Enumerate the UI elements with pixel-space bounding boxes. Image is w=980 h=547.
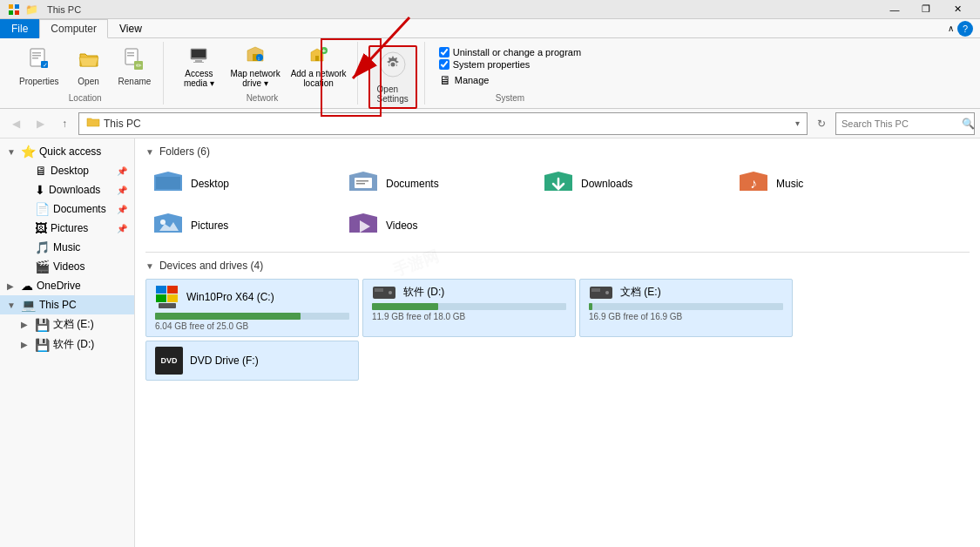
videos-folder-icon bbox=[348, 212, 379, 240]
up-button[interactable]: ↑ bbox=[54, 113, 75, 134]
add-network-location-label: Add a networklocation bbox=[291, 69, 347, 88]
c-drive-icon bbox=[155, 285, 179, 309]
window-title: This PC bbox=[47, 4, 81, 15]
maximize-button[interactable]: ❐ bbox=[910, 0, 942, 19]
ribbon: File Computer View ∧ ? bbox=[0, 19, 980, 109]
svg-point-34 bbox=[160, 219, 166, 225]
folders-grid: Desktop Documents bbox=[145, 165, 970, 245]
search-input[interactable] bbox=[841, 118, 962, 129]
quick-access-icon: ⭐ bbox=[21, 145, 36, 159]
svg-text:✓: ✓ bbox=[43, 62, 48, 68]
c-drive-progress-bg bbox=[155, 313, 349, 320]
rename-button[interactable]: ✏ Rename bbox=[113, 45, 157, 88]
desktop-name: Desktop bbox=[191, 178, 229, 190]
sidebar-item-e-drive[interactable]: ▶ 💾 文档 (E:) bbox=[14, 314, 134, 334]
this-pc-label: This PC bbox=[39, 299, 127, 311]
close-button[interactable]: ✕ bbox=[942, 0, 973, 19]
pictures-label: Pictures bbox=[51, 222, 112, 234]
window-controls[interactable]: — ❐ ✕ bbox=[879, 0, 973, 19]
tab-file[interactable]: File bbox=[0, 19, 39, 38]
manage-item[interactable]: 🖥 Manage bbox=[439, 73, 581, 87]
svg-rect-0 bbox=[9, 4, 13, 9]
svg-rect-40 bbox=[159, 303, 176, 308]
desktop-folder-icon bbox=[152, 170, 184, 198]
d-drive-info: 11.9 GB free of 18.0 GB bbox=[372, 312, 566, 321]
location-group-label: Location bbox=[69, 93, 102, 105]
svg-rect-11 bbox=[127, 52, 134, 54]
sidebar-item-pictures[interactable]: 🖼 Pictures 📌 bbox=[14, 219, 134, 238]
map-network-drive-button[interactable]: ↕ Map networkdrive ▾ bbox=[226, 44, 283, 90]
c-drive-info: 6.04 GB free of 25.0 GB bbox=[155, 321, 349, 331]
drives-section-header[interactable]: ▼ Devices and drives (4) bbox=[145, 260, 970, 272]
sidebar-item-documents[interactable]: 📄 Documents 📌 bbox=[14, 199, 134, 219]
search-box[interactable]: 🔍 bbox=[835, 112, 975, 135]
folders-section-header[interactable]: ▼ Folders (6) bbox=[145, 145, 970, 158]
ribbon-tabs: File Computer View ∧ ? bbox=[0, 19, 980, 38]
folder-documents[interactable]: Documents bbox=[341, 165, 532, 203]
content-area: ▼ Folders (6) Desktop bbox=[135, 138, 980, 547]
system-properties-checkbox[interactable] bbox=[439, 59, 449, 70]
network-group-label: Network bbox=[247, 93, 279, 105]
back-button[interactable]: ◀ bbox=[5, 113, 26, 134]
properties-button[interactable]: ✓ Properties bbox=[14, 45, 64, 88]
ribbon-group-system: Uninstall or change a program System pro… bbox=[429, 42, 591, 105]
sidebar-item-music[interactable]: 🎵 Music bbox=[14, 238, 134, 257]
music-name: Music bbox=[776, 178, 803, 190]
videos-label: Videos bbox=[53, 260, 127, 273]
folder-music[interactable]: ♪ Music bbox=[731, 165, 923, 203]
folder-videos[interactable]: Videos bbox=[341, 206, 532, 245]
sidebar-item-quick-access[interactable]: ▼ ⭐ Quick access bbox=[0, 142, 134, 161]
folder-downloads[interactable]: Downloads bbox=[536, 165, 727, 203]
tab-view[interactable]: View bbox=[108, 19, 153, 38]
videos-name: Videos bbox=[386, 219, 417, 232]
svg-rect-39 bbox=[167, 294, 178, 302]
sidebar-item-downloads[interactable]: ⬇ Downloads 📌 bbox=[14, 180, 134, 199]
add-network-location-icon: + bbox=[309, 45, 328, 69]
pin-icon2: 📌 bbox=[117, 186, 127, 195]
svg-rect-1 bbox=[15, 4, 19, 9]
tab-computer[interactable]: Computer bbox=[39, 19, 108, 38]
drive-e[interactable]: 文档 (E:) 16.9 GB free of 16.9 GB bbox=[579, 279, 793, 337]
uninstall-check[interactable]: Uninstall or change a program bbox=[439, 47, 581, 57]
forward-button[interactable]: ▶ bbox=[30, 113, 51, 134]
address-input[interactable]: This PC ▾ bbox=[78, 112, 808, 135]
access-media-button[interactable]: Accessmedia ▾ bbox=[174, 44, 223, 90]
manage-label: Manage bbox=[455, 75, 490, 85]
uninstall-checkbox[interactable] bbox=[439, 47, 449, 57]
settings-gear-icon bbox=[379, 51, 407, 84]
documents-name: Documents bbox=[386, 178, 439, 190]
music-folder-icon: ♪ bbox=[738, 170, 769, 198]
drive-dvd[interactable]: DVD DVD Drive (F:) bbox=[145, 341, 359, 381]
d-drive-name: 软件 (D:) bbox=[403, 285, 444, 300]
minimize-button[interactable]: — bbox=[879, 0, 910, 19]
ribbon-group-location: ✓ Properties Open bbox=[7, 42, 164, 105]
sidebar-item-d-drive[interactable]: ▶ 💾 软件 (D:) bbox=[14, 334, 134, 355]
svg-point-43 bbox=[389, 291, 392, 294]
svg-rect-28 bbox=[156, 177, 180, 189]
svg-text:↕: ↕ bbox=[258, 56, 260, 61]
sidebar-item-desktop[interactable]: 🖥 Desktop 📌 bbox=[14, 161, 134, 180]
ribbon-content: ✓ Properties Open bbox=[0, 38, 980, 108]
open-settings-button[interactable]: OpenSettings bbox=[368, 45, 417, 109]
drive-d[interactable]: 软件 (D:) 11.9 GB free of 18.0 GB bbox=[362, 279, 576, 337]
open-button[interactable]: Open bbox=[68, 45, 110, 88]
help-btn[interactable]: ? bbox=[957, 21, 973, 37]
properties-icon: ✓ bbox=[27, 47, 51, 75]
documents-folder-icon bbox=[348, 170, 379, 198]
svg-rect-16 bbox=[192, 50, 206, 57]
sidebar-item-onedrive[interactable]: ▶ ☁ OneDrive bbox=[0, 276, 134, 295]
sidebar-item-videos[interactable]: 🎬 Videos bbox=[14, 257, 134, 276]
drive-c[interactable]: Win10Pro X64 (C:) 6.04 GB free of 25.0 G… bbox=[145, 279, 359, 337]
folder-pictures[interactable]: Pictures bbox=[145, 206, 337, 245]
add-network-location-button[interactable]: + Add a networklocation bbox=[287, 44, 350, 90]
folder-desktop[interactable]: Desktop bbox=[145, 165, 337, 203]
folder-icon: 📁 bbox=[24, 3, 38, 17]
svg-rect-17 bbox=[195, 60, 202, 62]
sidebar-item-this-pc[interactable]: ▼ 💻 This PC bbox=[0, 295, 134, 314]
system-properties-check[interactable]: System properties bbox=[439, 59, 581, 70]
c-drive-name: Win10Pro X64 (C:) bbox=[186, 291, 274, 303]
d-drive-progress bbox=[372, 303, 438, 310]
d-drive-progress-bg bbox=[372, 303, 566, 310]
refresh-button[interactable]: ↻ bbox=[811, 113, 832, 134]
ribbon-collapse-btn[interactable]: ∧ bbox=[948, 24, 954, 33]
